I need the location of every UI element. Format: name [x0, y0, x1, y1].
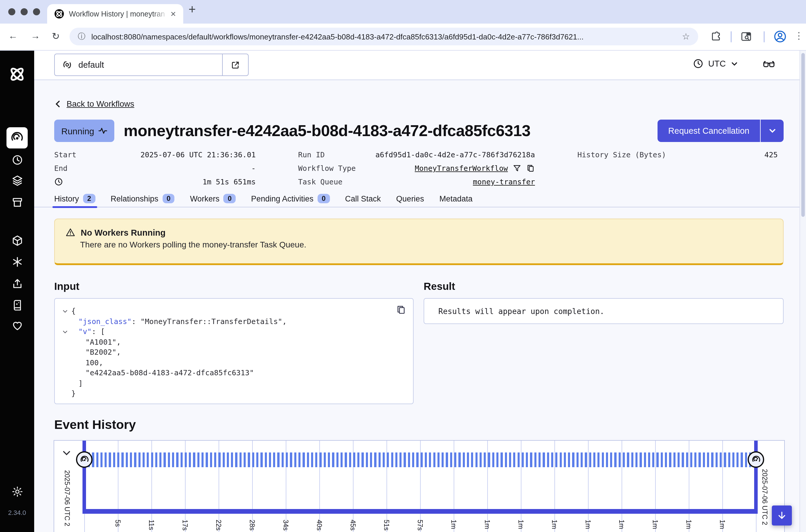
- start-value: 2025-07-06 UTC 21:36:36.01: [140, 150, 256, 159]
- timeline-tick-label: 40s: [316, 520, 323, 531]
- duration-value: 1m 51s 651ms: [203, 177, 256, 186]
- timeline-tick-label: 1m: [618, 520, 625, 529]
- tab-count-badge: 0: [318, 194, 330, 203]
- back-to-workflows-link[interactable]: Back to Workflows: [54, 99, 134, 109]
- request-cancellation-button[interactable]: Request Cancellation: [657, 119, 761, 142]
- window-minimize-button[interactable]: [21, 8, 28, 15]
- sidebar-item-nexus[interactable]: [0, 256, 34, 268]
- app-version: 2.34.0: [0, 509, 34, 516]
- timeline-tick-label: 5s: [114, 520, 121, 527]
- copy-input-button[interactable]: [396, 305, 406, 315]
- workflow-detail-page: Back to Workflows Running moneytransfer-…: [34, 79, 800, 532]
- url-bar[interactable]: ⓘ localhost:8080/namespaces/default/work…: [70, 28, 698, 45]
- url-text: localhost:8080/namespaces/default/workfl…: [91, 32, 676, 41]
- sidebar-item-deployments[interactable]: [0, 174, 34, 187]
- browser-menu-icon[interactable]: ⋮: [794, 30, 804, 41]
- tab-count-badge: 0: [224, 194, 236, 203]
- extensions-icon[interactable]: [710, 31, 722, 42]
- browser-tab[interactable]: Workflow History | moneytran ✕: [47, 4, 183, 23]
- tab-count-badge: 2: [83, 194, 95, 203]
- timeline-tick-label: 11s: [148, 520, 155, 530]
- history-size-label: History Size (Bytes): [577, 150, 666, 159]
- timeline-start-date: 2025-07-06 UTC 2: [64, 470, 71, 527]
- scroll-to-bottom-button[interactable]: [772, 506, 792, 526]
- sidebar-item-workflows[interactable]: [6, 127, 28, 149]
- sidebar-item-feedback[interactable]: [0, 319, 34, 332]
- chevron-down-icon: [768, 127, 776, 135]
- warning-message: There are no Workers polling the money-t…: [80, 240, 772, 249]
- result-heading: Result: [424, 281, 784, 293]
- tab-count-badge: 0: [162, 194, 175, 203]
- sidebar-item-import[interactable]: [0, 278, 34, 290]
- timeline-tick-label: 1m: [584, 520, 592, 529]
- collapse-caret-icon[interactable]: [59, 326, 70, 337]
- timeline-tick-label: 1m: [517, 520, 524, 529]
- latest-event-icon[interactable]: [748, 451, 764, 468]
- sidebar-item-namespaces[interactable]: [0, 234, 34, 247]
- theme-toggle-sun-icon[interactable]: [0, 486, 34, 498]
- tab-pending-activities[interactable]: Pending Activities0: [251, 194, 330, 207]
- sidebar-item-schedules[interactable]: [0, 154, 34, 166]
- forward-icon[interactable]: →: [31, 31, 40, 41]
- timeline-tick-label: 57s: [417, 520, 424, 531]
- tab-history[interactable]: History2: [54, 194, 95, 207]
- new-tab-button[interactable]: +: [189, 2, 196, 17]
- browser-window: Workflow History | moneytran ✕ + ← → ↻ ⓘ…: [0, 0, 806, 532]
- temporal-logo-icon[interactable]: [0, 64, 34, 84]
- workflow-details-grid: Start2025-07-06 UTC 21:36:36.01 End- 1m …: [54, 148, 784, 189]
- reload-icon[interactable]: ↻: [52, 31, 60, 42]
- duration-clock-icon: [54, 177, 63, 186]
- tab-search-icon[interactable]: [740, 31, 752, 42]
- tab-workers[interactable]: Workers0: [190, 194, 236, 207]
- workflow-started-event-icon[interactable]: [76, 451, 93, 468]
- namespace-selector[interactable]: default: [54, 54, 249, 76]
- labs-glasses-icon[interactable]: [762, 59, 775, 71]
- workflow-tabs: History2 Relationships0 Workers0 Pending…: [34, 194, 800, 207]
- page-scrollbar[interactable]: [800, 51, 806, 532]
- tab-metadata[interactable]: Metadata: [439, 194, 473, 207]
- warning-title: No Workers Running: [81, 228, 166, 237]
- chevron-down-icon: [731, 60, 738, 68]
- copy-icon[interactable]: [526, 164, 535, 173]
- back-icon[interactable]: ←: [8, 31, 18, 41]
- sidebar-item-batch-operations[interactable]: [0, 196, 34, 209]
- tab-call-stack[interactable]: Call Stack: [345, 194, 381, 207]
- status-badge: Running: [54, 119, 114, 142]
- filter-icon[interactable]: [513, 164, 521, 173]
- tab-relationships[interactable]: Relationships0: [111, 194, 174, 207]
- arrow-down-icon: [776, 510, 787, 521]
- timezone-selector[interactable]: UTC: [693, 58, 738, 69]
- warning-icon: [65, 227, 75, 238]
- window-close-button[interactable]: [8, 8, 15, 15]
- window-maximize-button[interactable]: [33, 8, 40, 15]
- timeline-tick-label: 45s: [349, 520, 357, 531]
- result-placeholder: Results will appear upon completion.: [424, 298, 784, 324]
- timeline-end-date: 2025-07-06 UTC 2: [761, 469, 768, 525]
- scrollbar-thumb[interactable]: [801, 53, 805, 217]
- browser-tab-title: Workflow History | moneytran: [69, 10, 168, 18]
- tab-queries[interactable]: Queries: [396, 194, 424, 207]
- timeline-tick-label: 1m: [551, 520, 558, 529]
- end-label: End: [54, 164, 68, 173]
- profile-icon[interactable]: [773, 30, 787, 43]
- timeline-tick-label: 1m: [484, 520, 491, 529]
- task-queue-link[interactable]: money-transfer: [473, 177, 535, 186]
- bookmark-star-icon[interactable]: ☆: [682, 31, 690, 42]
- timeline-baseline: [82, 509, 758, 514]
- cancellation-options-dropdown[interactable]: [761, 119, 784, 142]
- timeline-collapse-chevron-icon[interactable]: [62, 448, 71, 458]
- collapse-caret-icon[interactable]: [59, 306, 70, 316]
- clock-icon: [693, 58, 704, 69]
- timeline-tick-label: 17s: [181, 520, 189, 531]
- namespace-external-link-button[interactable]: [222, 54, 248, 75]
- workflow-type-label: Workflow Type: [298, 164, 356, 173]
- sidebar-item-docs[interactable]: [0, 299, 34, 311]
- browser-toolbar: ← → ↻ ⓘ localhost:8080/namespaces/defaul…: [0, 23, 806, 51]
- timeline-tick-label: 28s: [249, 520, 256, 531]
- input-heading: Input: [54, 281, 414, 293]
- input-json-viewer: { "json_class": "MoneyTransfer::Transfer…: [54, 298, 414, 404]
- temporal-favicon-icon: [54, 9, 64, 19]
- tab-close-icon[interactable]: ✕: [168, 8, 178, 19]
- site-info-icon[interactable]: ⓘ: [78, 31, 85, 42]
- workflow-type-link[interactable]: MoneyTransferWorkflow: [415, 164, 508, 173]
